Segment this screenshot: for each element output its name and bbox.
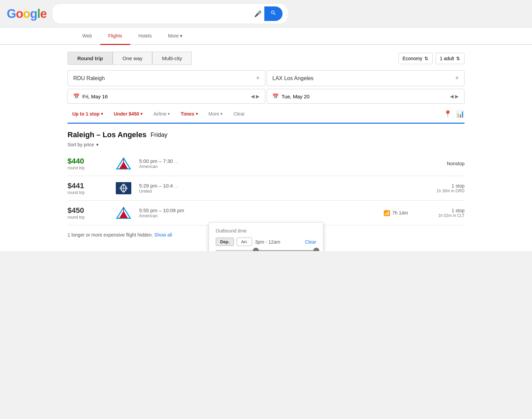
flight-price-type-3: round trip xyxy=(68,215,108,220)
origin-input[interactable]: RDU Raleigh + xyxy=(68,70,265,86)
results-header: Raleigh – Los Angeles Friday xyxy=(68,124,464,142)
flight-row[interactable]: $450 round trip 5:55 pm – 10:09 pm Ameri… xyxy=(68,201,464,225)
outbound-slider-fill xyxy=(256,250,316,251)
show-all-link[interactable]: Show all xyxy=(154,232,172,238)
american-airlines-logo-3 xyxy=(115,207,132,219)
flight-airline-3: American xyxy=(139,213,383,218)
tab-more[interactable]: More ▾ xyxy=(160,28,190,45)
outbound-arr-button[interactable]: Arr. xyxy=(237,238,252,246)
clear-filter-label: Clear xyxy=(233,111,244,117)
flight-stops-2: 1 stop 1h 30m in ORD xyxy=(410,183,464,193)
flight-logo-1 xyxy=(113,157,134,170)
flight-price-type-2: round trip xyxy=(68,190,108,195)
chart-icon[interactable]: 📊 xyxy=(456,110,464,118)
outbound-time-section: Outbound time Dep. Arr. 3pm - 12am Clear xyxy=(209,223,323,251)
cabin-class-select[interactable]: Economy ⇅ xyxy=(398,53,433,64)
destination-input[interactable]: LAX Los Angeles + xyxy=(267,70,464,86)
times-filter-label: Times xyxy=(181,111,194,117)
search-input[interactable] xyxy=(58,11,251,17)
sort-chevron-icon[interactable]: ▾ xyxy=(96,142,99,147)
flight-row[interactable]: $440 round trip 5:00 pm – 7:30 ... Ameri… xyxy=(68,151,464,176)
passengers-chevron-icon: ⇅ xyxy=(456,56,460,61)
depart-date-prev[interactable]: ◀ xyxy=(251,94,255,99)
flight-arrive-1: 7:30 xyxy=(163,158,173,164)
calendar-return-icon: 📅 xyxy=(272,93,279,99)
flight-airline-1: American xyxy=(139,164,383,169)
flight-stops-3: 1 stop 1h 02m in CLT xyxy=(410,208,464,218)
flight-depart-3: 5:55 pm xyxy=(139,207,157,213)
outbound-time-range: 3pm - 12am xyxy=(255,239,302,245)
tab-flights[interactable]: Flights xyxy=(100,28,130,45)
search-button[interactable] xyxy=(264,6,283,21)
return-date-value: Tue, May 20 xyxy=(282,94,310,99)
price-filter-chevron-icon: ▾ xyxy=(140,112,142,116)
route-row: RDU Raleigh + LAX Los Angeles + xyxy=(68,70,464,86)
stops-filter-button[interactable]: Up to 1 stop ▾ xyxy=(68,109,108,119)
outbound-slider-thumb-left[interactable] xyxy=(253,248,259,251)
top-bar: Google 🎤 xyxy=(0,0,532,28)
times-filter-button[interactable]: Times ▾ xyxy=(176,109,202,119)
more-chevron-icon: ▾ xyxy=(180,33,182,39)
google-logo: Google xyxy=(7,7,47,21)
flight-times-3: 5:55 pm – 10:09 pm American xyxy=(139,207,383,218)
flight-price-amount-3: $450 xyxy=(68,206,108,215)
flight-price-1: $440 round trip xyxy=(68,157,108,170)
depart-date-value: Fri, May 16 xyxy=(82,94,108,99)
price-filter-button[interactable]: Under $450 ▾ xyxy=(109,109,147,119)
outbound-time-label: Outbound time xyxy=(216,228,316,233)
tab-hotels[interactable]: Hotels xyxy=(130,28,160,45)
flight-stops-label-3: 1 stop xyxy=(410,208,464,213)
passengers-select[interactable]: 1 adult ⇅ xyxy=(435,53,464,64)
more-label: More xyxy=(168,33,179,39)
main-content: Round trip One way Multi-city Economy ⇅ … xyxy=(0,45,532,251)
round-trip-button[interactable]: Round trip xyxy=(68,52,113,65)
times-filter-chevron-icon: ▾ xyxy=(196,112,198,116)
nav-tabs: Web Flights Hotels More ▾ xyxy=(0,28,532,45)
united-airlines-logo-2 xyxy=(116,182,131,194)
passengers-label: 1 adult xyxy=(440,56,454,61)
outbound-slider[interactable] xyxy=(216,250,316,251)
flight-row[interactable]: $441 round trip 5:29 pm – 10:4 ... Unite… xyxy=(68,176,464,201)
flight-logo-2 xyxy=(113,181,134,195)
return-date-prev[interactable]: ◀ xyxy=(450,94,454,99)
microphone-icon[interactable]: 🎤 xyxy=(254,10,262,18)
return-date-next[interactable]: ▶ xyxy=(455,94,459,99)
flight-stop-detail-2: 1h 30m in ORD xyxy=(410,189,464,193)
airline-filter-label: Airline xyxy=(153,111,166,117)
outbound-slider-thumb-right[interactable] xyxy=(313,248,319,251)
price-filter-label: Under $450 xyxy=(114,111,139,117)
flight-price-amount-2: $441 xyxy=(68,181,108,190)
flight-duration-value-3: 7h 14m xyxy=(392,210,408,216)
return-date-input[interactable]: 📅 Tue, May 20 ◀ ▶ xyxy=(267,89,464,104)
stops-filter-chevron-icon: ▾ xyxy=(101,112,103,116)
results-date: Friday xyxy=(151,131,167,139)
outbound-slider-track xyxy=(216,250,316,251)
airline-filter-chevron-icon: ▾ xyxy=(168,112,170,116)
depart-date-next[interactable]: ▶ xyxy=(256,94,260,99)
hidden-flights-note: 1 longer or more expensive flight hidden… xyxy=(68,232,153,238)
flight-stop-detail-3: 1h 02m in CLT xyxy=(410,213,464,218)
more-filter-button[interactable]: More ▾ xyxy=(204,109,228,119)
outbound-dep-button[interactable]: Dep. xyxy=(216,238,234,246)
more-filter-chevron-icon: ▾ xyxy=(220,112,222,116)
clear-filter-button[interactable]: Clear xyxy=(229,109,249,119)
origin-value: RDU Raleigh xyxy=(73,75,105,81)
outbound-clear-button[interactable]: Clear xyxy=(305,239,316,245)
filter-row: Up to 1 stop ▾ Under $450 ▾ Airline ▾ Ti… xyxy=(68,109,464,124)
airline-filter-button[interactable]: Airline ▾ xyxy=(149,109,175,119)
destination-value: LAX Los Angeles xyxy=(272,75,314,81)
tab-web[interactable]: Web xyxy=(74,28,100,45)
flight-stops-label-2: 1 stop xyxy=(410,183,464,189)
flight-stops-label-1: Nonstop xyxy=(410,161,464,166)
cabin-class-chevron-icon: ⇅ xyxy=(424,56,428,61)
origin-plus-icon: + xyxy=(256,75,260,82)
multi-city-button[interactable]: Multi-city xyxy=(152,52,192,65)
cabin-class-label: Economy xyxy=(403,56,422,61)
calendar-depart-icon: 📅 xyxy=(73,93,80,99)
american-airlines-logo-1 xyxy=(115,157,132,170)
location-pin-icon[interactable]: 📍 xyxy=(444,110,452,118)
depart-date-input[interactable]: 📅 Fri, May 16 ◀ ▶ xyxy=(68,89,265,104)
one-way-button[interactable]: One way xyxy=(113,52,152,65)
times-dropdown: Outbound time Dep. Arr. 3pm - 12am Clear… xyxy=(209,222,323,251)
flight-price-2: $441 round trip xyxy=(68,181,108,195)
